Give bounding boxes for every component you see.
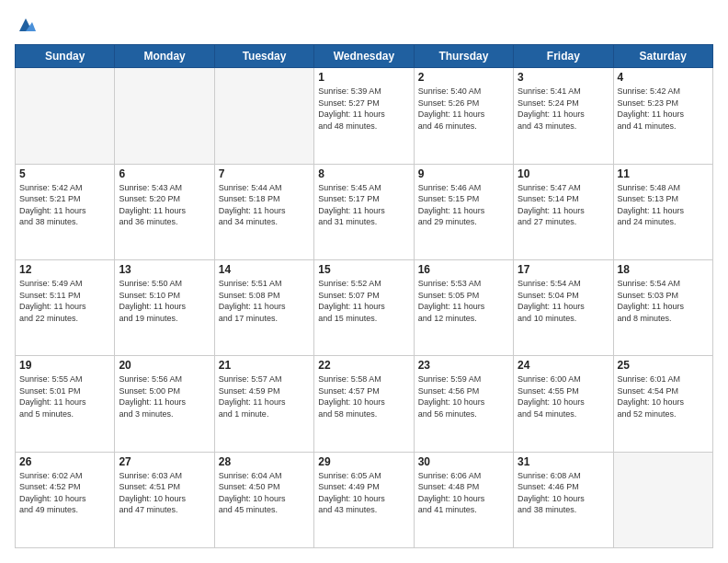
day-header-tuesday: Tuesday: [214, 45, 313, 68]
calendar-cell: 24Sunrise: 6:00 AM Sunset: 4:55 PM Dayli…: [514, 356, 613, 452]
day-info: Sunrise: 5:40 AM Sunset: 5:26 PM Dayligh…: [418, 86, 509, 132]
calendar-cell: 9Sunrise: 5:46 AM Sunset: 5:15 PM Daylig…: [414, 164, 513, 259]
day-header-thursday: Thursday: [414, 45, 513, 68]
day-info: Sunrise: 5:48 AM Sunset: 5:13 PM Dayligh…: [618, 182, 709, 228]
day-number: 12: [19, 263, 110, 276]
calendar-cell: 8Sunrise: 5:45 AM Sunset: 5:17 PM Daylig…: [314, 164, 414, 259]
day-info: Sunrise: 5:43 AM Sunset: 5:20 PM Dayligh…: [119, 182, 210, 228]
calendar-week-2: 5Sunrise: 5:42 AM Sunset: 5:21 PM Daylig…: [16, 164, 713, 259]
calendar-cell: 26Sunrise: 6:02 AM Sunset: 4:52 PM Dayli…: [16, 452, 115, 547]
calendar-cell: 28Sunrise: 6:04 AM Sunset: 4:50 PM Dayli…: [214, 452, 313, 547]
calendar-cell: 10Sunrise: 5:47 AM Sunset: 5:14 PM Dayli…: [514, 164, 613, 259]
day-info: Sunrise: 5:52 AM Sunset: 5:07 PM Dayligh…: [318, 278, 409, 324]
calendar-cell: 27Sunrise: 6:03 AM Sunset: 4:51 PM Dayli…: [115, 452, 214, 547]
calendar-cell: 6Sunrise: 5:43 AM Sunset: 5:20 PM Daylig…: [115, 164, 214, 259]
day-number: 9: [418, 167, 509, 180]
day-number: 31: [518, 455, 609, 468]
day-number: 5: [19, 167, 110, 180]
day-number: 30: [418, 455, 509, 468]
day-number: 24: [518, 359, 609, 372]
day-number: 18: [618, 263, 709, 276]
calendar-cell: 2Sunrise: 5:40 AM Sunset: 5:26 PM Daylig…: [414, 68, 513, 164]
day-info: Sunrise: 5:55 AM Sunset: 5:01 PM Dayligh…: [19, 373, 110, 419]
day-number: 15: [318, 263, 409, 276]
day-info: Sunrise: 5:49 AM Sunset: 5:11 PM Dayligh…: [19, 278, 110, 324]
day-number: 16: [418, 263, 509, 276]
day-info: Sunrise: 5:42 AM Sunset: 5:21 PM Dayligh…: [19, 182, 110, 228]
day-info: Sunrise: 5:57 AM Sunset: 4:59 PM Dayligh…: [219, 373, 310, 419]
calendar-cell: 12Sunrise: 5:49 AM Sunset: 5:11 PM Dayli…: [16, 259, 115, 355]
calendar-cell: 29Sunrise: 6:05 AM Sunset: 4:49 PM Dayli…: [314, 452, 414, 547]
calendar-cell: 15Sunrise: 5:52 AM Sunset: 5:07 PM Dayli…: [314, 259, 414, 355]
day-number: 4: [618, 71, 709, 84]
day-info: Sunrise: 5:56 AM Sunset: 5:00 PM Dayligh…: [119, 373, 210, 419]
day-header-saturday: Saturday: [613, 45, 712, 68]
day-header-wednesday: Wednesday: [314, 45, 414, 68]
day-info: Sunrise: 5:53 AM Sunset: 5:05 PM Dayligh…: [418, 278, 509, 324]
day-number: 3: [518, 71, 609, 84]
calendar-table: SundayMondayTuesdayWednesdayThursdayFrid…: [15, 44, 713, 548]
calendar-cell: 18Sunrise: 5:54 AM Sunset: 5:03 PM Dayli…: [613, 259, 712, 355]
calendar-cell: [214, 68, 313, 164]
calendar-cell: 1Sunrise: 5:39 AM Sunset: 5:27 PM Daylig…: [314, 68, 414, 164]
calendar-cell: [613, 452, 712, 547]
day-info: Sunrise: 6:08 AM Sunset: 4:46 PM Dayligh…: [518, 470, 609, 516]
day-info: Sunrise: 6:01 AM Sunset: 4:54 PM Dayligh…: [618, 373, 709, 419]
logo-text: [15, 15, 36, 35]
calendar-cell: 22Sunrise: 5:58 AM Sunset: 4:57 PM Dayli…: [314, 356, 414, 452]
calendar-cell: 3Sunrise: 5:41 AM Sunset: 5:24 PM Daylig…: [514, 68, 613, 164]
calendar-cell: 30Sunrise: 6:06 AM Sunset: 4:48 PM Dayli…: [414, 452, 513, 547]
day-info: Sunrise: 5:46 AM Sunset: 5:15 PM Dayligh…: [418, 182, 509, 228]
day-info: Sunrise: 5:41 AM Sunset: 5:24 PM Dayligh…: [518, 86, 609, 132]
calendar-week-4: 19Sunrise: 5:55 AM Sunset: 5:01 PM Dayli…: [16, 356, 713, 452]
header: [15, 15, 713, 35]
calendar-cell: 7Sunrise: 5:44 AM Sunset: 5:18 PM Daylig…: [214, 164, 313, 259]
day-info: Sunrise: 5:42 AM Sunset: 5:23 PM Dayligh…: [618, 86, 709, 132]
day-info: Sunrise: 6:03 AM Sunset: 4:51 PM Dayligh…: [119, 470, 210, 516]
day-info: Sunrise: 6:06 AM Sunset: 4:48 PM Dayligh…: [418, 470, 509, 516]
calendar-cell: 5Sunrise: 5:42 AM Sunset: 5:21 PM Daylig…: [16, 164, 115, 259]
day-number: 13: [119, 263, 210, 276]
day-header-friday: Friday: [514, 45, 613, 68]
day-info: Sunrise: 5:50 AM Sunset: 5:10 PM Dayligh…: [119, 278, 210, 324]
calendar-cell: 16Sunrise: 5:53 AM Sunset: 5:05 PM Dayli…: [414, 259, 513, 355]
day-info: Sunrise: 5:39 AM Sunset: 5:27 PM Dayligh…: [318, 86, 409, 132]
day-number: 7: [219, 167, 310, 180]
calendar-cell: 4Sunrise: 5:42 AM Sunset: 5:23 PM Daylig…: [613, 68, 712, 164]
day-number: 26: [19, 455, 110, 468]
calendar-cell: 21Sunrise: 5:57 AM Sunset: 4:59 PM Dayli…: [214, 356, 313, 452]
day-info: Sunrise: 5:54 AM Sunset: 5:04 PM Dayligh…: [518, 278, 609, 324]
day-header-sunday: Sunday: [16, 45, 115, 68]
day-number: 19: [19, 359, 110, 372]
calendar-cell: 14Sunrise: 5:51 AM Sunset: 5:08 PM Dayli…: [214, 259, 313, 355]
day-number: 29: [318, 455, 409, 468]
calendar-cell: 13Sunrise: 5:50 AM Sunset: 5:10 PM Dayli…: [115, 259, 214, 355]
calendar-cell: 11Sunrise: 5:48 AM Sunset: 5:13 PM Dayli…: [613, 164, 712, 259]
page: SundayMondayTuesdayWednesdayThursdayFrid…: [0, 0, 728, 563]
day-info: Sunrise: 6:04 AM Sunset: 4:50 PM Dayligh…: [219, 470, 310, 516]
calendar-cell: 25Sunrise: 6:01 AM Sunset: 4:54 PM Dayli…: [613, 356, 712, 452]
day-info: Sunrise: 5:44 AM Sunset: 5:18 PM Dayligh…: [219, 182, 310, 228]
calendar-week-1: 1Sunrise: 5:39 AM Sunset: 5:27 PM Daylig…: [16, 68, 713, 164]
day-number: 1: [318, 71, 409, 84]
day-number: 10: [518, 167, 609, 180]
day-header-monday: Monday: [115, 45, 214, 68]
day-number: 6: [119, 167, 210, 180]
day-info: Sunrise: 5:45 AM Sunset: 5:17 PM Dayligh…: [318, 182, 409, 228]
day-info: Sunrise: 5:51 AM Sunset: 5:08 PM Dayligh…: [219, 278, 310, 324]
day-info: Sunrise: 5:54 AM Sunset: 5:03 PM Dayligh…: [618, 278, 709, 324]
calendar-cell: 31Sunrise: 6:08 AM Sunset: 4:46 PM Dayli…: [514, 452, 613, 547]
calendar-week-3: 12Sunrise: 5:49 AM Sunset: 5:11 PM Dayli…: [16, 259, 713, 355]
day-number: 22: [318, 359, 409, 372]
day-info: Sunrise: 6:05 AM Sunset: 4:49 PM Dayligh…: [318, 470, 409, 516]
day-number: 23: [418, 359, 509, 372]
calendar-cell: 20Sunrise: 5:56 AM Sunset: 5:00 PM Dayli…: [115, 356, 214, 452]
day-number: 14: [219, 263, 310, 276]
day-info: Sunrise: 6:02 AM Sunset: 4:52 PM Dayligh…: [19, 470, 110, 516]
day-info: Sunrise: 5:47 AM Sunset: 5:14 PM Dayligh…: [518, 182, 609, 228]
day-number: 2: [418, 71, 509, 84]
logo-icon: [16, 15, 36, 35]
calendar-cell: 19Sunrise: 5:55 AM Sunset: 5:01 PM Dayli…: [16, 356, 115, 452]
day-info: Sunrise: 5:58 AM Sunset: 4:57 PM Dayligh…: [318, 373, 409, 419]
day-number: 11: [618, 167, 709, 180]
